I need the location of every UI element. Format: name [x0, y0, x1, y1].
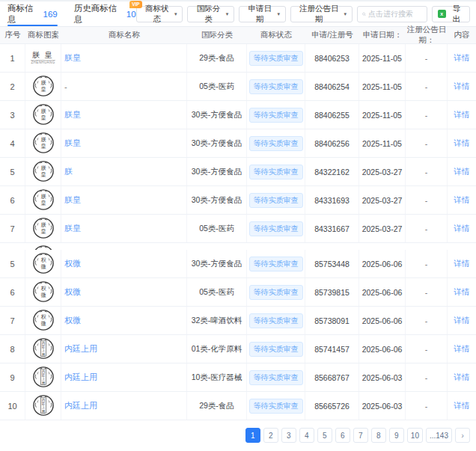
trademark-logo: 权微: [25, 250, 61, 277]
trademark-logo: 朕皇: [25, 73, 61, 100]
cell-index: 6: [0, 278, 25, 306]
cell-index: 9: [0, 363, 25, 391]
svg-text:微: 微: [40, 319, 46, 326]
content-cell: 详情: [448, 158, 476, 185]
trademark-name-link[interactable]: 朕: [61, 158, 187, 185]
page-button[interactable]: 4: [299, 428, 314, 443]
cell-index: 7: [0, 215, 25, 242]
detail-link[interactable]: 详情: [454, 138, 470, 149]
page-button[interactable]: 9: [389, 428, 404, 443]
reg-number-cell: 85668767: [305, 363, 359, 391]
page-button-active[interactable]: 1: [245, 428, 260, 443]
publish-date-cell: -: [406, 250, 448, 277]
page-button[interactable]: 2: [263, 428, 278, 443]
tab-history-trademark-info[interactable]: 历史商标信息10VIP: [74, 1, 136, 26]
status-cell: 等待实质审查: [247, 158, 305, 185]
status-badge: 等待实质审查: [249, 165, 303, 180]
table-header-row: 序号商标图案商标名称国际分类商标状态申请/注册号申请日期：注册公告日期：内容: [0, 27, 476, 44]
trademark-name-link[interactable]: 朕皇: [61, 186, 187, 214]
content-cell: 详情: [448, 250, 476, 277]
detail-link[interactable]: 详情: [454, 287, 470, 298]
content-cell: 详情: [448, 307, 476, 334]
trademark-name-link[interactable]: 内廷上用: [61, 363, 187, 391]
intl-class-cell: 05类-医药: [187, 278, 247, 306]
detail-link[interactable]: 详情: [454, 259, 470, 269]
svg-text:皇: 皇: [40, 227, 46, 234]
filter-dropdown-1[interactable]: 国际分类▾: [187, 6, 234, 22]
detail-link[interactable]: 详情: [454, 110, 470, 120]
filter-dropdown-0[interactable]: 商标状态▾: [136, 6, 183, 22]
table-row: 2朕皇-05类-医药等待实质审查884062542025-11-05-详情: [0, 73, 476, 101]
detail-link[interactable]: 详情: [454, 372, 470, 383]
search-input[interactable]: [368, 10, 422, 18]
cell-index: 7: [0, 307, 25, 334]
table-row: 3朕皇朕皇30类-方便食品等待实质审查884062552025-11-05-详情: [0, 101, 476, 129]
detail-link[interactable]: 详情: [454, 401, 470, 411]
chevron-down-icon: ▾: [277, 11, 280, 17]
publish-date-cell: -: [406, 44, 448, 72]
column-header-4: 商标状态: [247, 30, 305, 40]
table-row: 5权微权微30类-方便食品等待实质审查857534482025-06-06-详情: [0, 250, 476, 278]
publish-date-cell: -: [406, 307, 448, 334]
status-cell: 等待实质审查: [247, 215, 305, 242]
seal-trademark-image: 内廷上用: [32, 337, 55, 361]
cell-index: 4: [0, 129, 25, 157]
content-cell: 详情: [448, 44, 476, 72]
detail-link[interactable]: 详情: [454, 195, 470, 206]
svg-text:皇: 皇: [40, 85, 46, 92]
trademark-name-link[interactable]: 权微: [61, 278, 187, 306]
trademark-name-link[interactable]: 权微: [61, 307, 187, 334]
page-button[interactable]: 7: [353, 428, 368, 443]
detail-link[interactable]: 详情: [454, 316, 470, 326]
status-badge: 等待实质审查: [249, 313, 303, 328]
status-badge: 等待实质审查: [249, 51, 303, 66]
filter-dropdown-3[interactable]: 注册公告日期▾: [290, 6, 353, 22]
detail-link[interactable]: 详情: [454, 53, 470, 64]
next-page-button[interactable]: ›: [455, 428, 470, 443]
apply-date-cell: 2025-11-05: [359, 101, 406, 129]
detail-link[interactable]: 详情: [454, 167, 470, 177]
table-row: 6朕皇朕皇30类-方便食品等待实质审查843316932025-03-27-详情: [0, 186, 476, 215]
publish-date-cell: -: [406, 363, 448, 391]
reg-number-cell: 85753448: [305, 250, 359, 277]
export-button[interactable]: x 导出: [432, 6, 470, 22]
reg-number-cell: 85738091: [305, 307, 359, 334]
pagination: 12345678910...143›: [0, 420, 476, 443]
search-box[interactable]: [357, 6, 427, 22]
trademark-name-link[interactable]: 朕皇: [61, 215, 187, 242]
page-button[interactable]: 6: [335, 428, 350, 443]
svg-text:皇: 皇: [40, 199, 46, 206]
filter-buttons: 商标状态▾国际分类▾申请日期▾注册公告日期▾: [136, 6, 353, 22]
status-cell: 等待实质审查: [247, 44, 305, 72]
cell-index: 3: [0, 101, 25, 129]
trademark-name-link[interactable]: 朕皇: [61, 101, 187, 129]
trademark-name-link[interactable]: 权微: [61, 250, 187, 277]
publish-date-cell: -: [406, 73, 448, 100]
chevron-down-icon: ▾: [174, 11, 177, 17]
clipped-next-row: 权微: [0, 243, 476, 250]
detail-link[interactable]: 详情: [454, 344, 470, 355]
filter-dropdown-2[interactable]: 申请日期▾: [239, 6, 286, 22]
cell-index: 5: [0, 250, 25, 277]
trademark-name-link[interactable]: 朕皇: [61, 44, 187, 72]
svg-text:微: 微: [40, 291, 46, 298]
trademark-name-link[interactable]: 朕皇: [61, 129, 187, 157]
detail-link[interactable]: 详情: [454, 224, 470, 234]
search-icon: [362, 10, 366, 18]
page-button[interactable]: 8: [371, 428, 386, 443]
text-trademark-image: 朕 皇ZHENHUANG: [31, 52, 55, 65]
trademark-name-link[interactable]: 内廷上用: [61, 335, 187, 363]
status-cell: 等待实质审查: [247, 101, 305, 129]
page-button[interactable]: 10: [407, 428, 423, 443]
page-button[interactable]: 3: [281, 428, 296, 443]
reg-number-cell: 88406254: [305, 73, 359, 100]
trademark-name-link[interactable]: 内廷上用: [61, 392, 187, 420]
page-button[interactable]: 5: [317, 428, 332, 443]
seal-trademark-image: 朕皇: [32, 188, 55, 212]
intl-class-cell: 30类-方便食品: [187, 101, 247, 129]
cell-index: 10: [0, 392, 25, 420]
page-button[interactable]: ...143: [426, 428, 452, 443]
tab-trademark-info[interactable]: 商标信息169: [7, 1, 58, 26]
detail-link[interactable]: 详情: [454, 82, 470, 92]
table-row: 7朕皇朕皇05类-医药等待实质审查843316672025-03-27-详情: [0, 215, 476, 243]
